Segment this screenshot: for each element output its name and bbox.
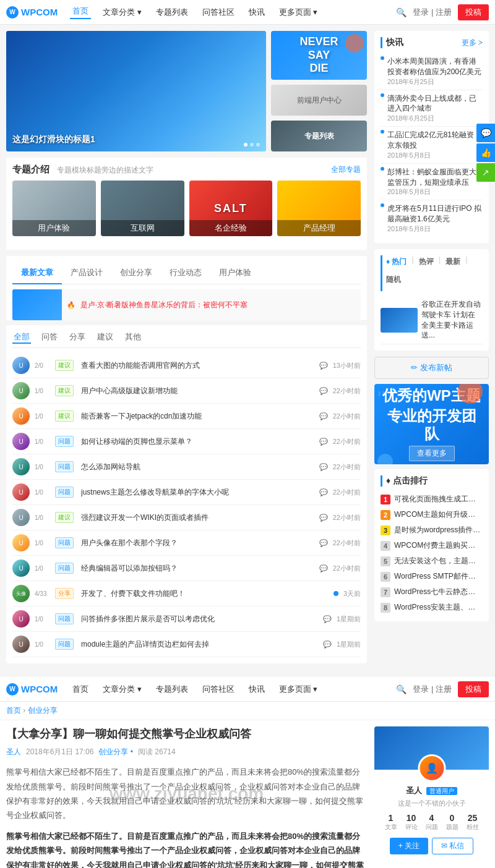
article-preview[interactable]: 🔥 是卢·京·断暑版神鱼兽星冰乐的背后：被密何不平塞 xyxy=(12,289,361,320)
tab-product[interactable]: 产品设计 xyxy=(62,262,111,284)
hero-never-say-die[interactable]: NEVER SAY DIE xyxy=(271,31,367,80)
news-title-text[interactable]: 工品汇完成2亿元81轮融资，京东领投 xyxy=(387,130,483,151)
hero-user-center[interactable]: 前端用户中心 xyxy=(271,85,367,116)
rank-item-title[interactable]: 无法安装这个包，主题缺少style.c... xyxy=(394,556,483,566)
article-tabs: 最新文章 产品设计 创业分享 行业动态 用户体验 xyxy=(12,262,361,284)
qa-title[interactable]: 经典编辑器可以添加按钮吗？ xyxy=(81,563,314,574)
qa-count: 1/0 xyxy=(35,413,50,420)
nav2-more[interactable]: 更多页面 ▾ xyxy=(277,684,321,695)
rank-number: 1 xyxy=(381,495,390,504)
qa-tab-share[interactable]: 分享 xyxy=(68,331,87,344)
rank-item-title[interactable]: WordPress安装主题、插件、更新... xyxy=(394,602,483,613)
qa-time: 22小时前 xyxy=(333,462,361,472)
qa-title[interactable]: 查看大图的功能能否调用官网的方式 xyxy=(81,360,314,371)
news-title-text[interactable]: 彭博社：蚂蚁金服面临更大监管压力，短期业绩承压 xyxy=(387,167,483,188)
hero-dot-2[interactable] xyxy=(250,143,254,147)
hero-dot-1[interactable] xyxy=(244,143,248,147)
nav-home[interactable]: 首页 xyxy=(70,6,91,19)
hot-tab-random[interactable]: 随机 xyxy=(386,273,401,286)
news-title-text[interactable]: 滴滴外卖今日上线成都，已进入四个城市 xyxy=(387,93,483,114)
rank-list: 1 可视化页面拖拽生成工具使用教程 2 WPCOM主题如何升级到最新版 主...… xyxy=(381,491,483,615)
qa-title[interactable]: 如何让移动端的页脚也显示菜单？ xyxy=(81,436,314,447)
news-more-link[interactable]: 更多 > xyxy=(462,38,483,48)
qa-count: 1/0 xyxy=(35,540,50,547)
qa-title[interactable]: 问答插件多张图片展示是否可以考虑优化 xyxy=(81,614,318,624)
qa-title[interactable]: justnews主题怎么修改导航菜单的字体大小呢 xyxy=(81,487,314,498)
hero-special-list[interactable]: 专题列表 xyxy=(271,121,367,151)
topic-card-3[interactable]: SALT 名企经验 xyxy=(189,181,273,236)
nav-more[interactable]: 更多页面 ▾ xyxy=(277,7,321,18)
post-button[interactable]: 投稿 xyxy=(458,4,489,20)
site-logo[interactable]: W WPCOM xyxy=(6,6,58,19)
news-dot xyxy=(381,93,384,97)
qa-title[interactable]: module主题的产品详情页边栏如何去掉 xyxy=(81,639,318,650)
qa-title[interactable]: 强烈建议开发一个WIKI的页面或者插件 xyxy=(81,513,314,523)
nav2-home[interactable]: 首页 xyxy=(70,684,91,695)
login-button[interactable]: 登录 | 注册 xyxy=(413,7,452,18)
nav-topics[interactable]: 专题列表 xyxy=(153,7,191,18)
ad-more-button[interactable]: 查看更多 xyxy=(409,446,455,461)
article-author-link[interactable]: 圣人 xyxy=(6,747,21,757)
topic-card-4[interactable]: 产品经理 xyxy=(277,181,361,236)
tab-ux[interactable]: 用户体验 xyxy=(210,262,260,284)
login-button-2[interactable]: 登录 | 注册 xyxy=(413,684,452,695)
qa-title[interactable]: 用户头像在那个表那个字段？ xyxy=(81,538,314,548)
stat-articles-num: 1 xyxy=(385,813,397,823)
topic-card-1[interactable]: 用户体验 xyxy=(12,181,96,236)
tab-industry[interactable]: 行业动态 xyxy=(161,262,210,284)
hero-main-slide[interactable]: 这是幻灯滑块的标题1 xyxy=(6,31,266,151)
news-title-text[interactable]: 小米本周美国路演，有香港投资者称估值应为200亿美元 xyxy=(387,56,483,77)
nav2-articles[interactable]: 文章分类 ▾ xyxy=(100,684,144,695)
rank-item-title[interactable]: 是时候为wordpress插件加载开排... xyxy=(394,525,483,535)
message-button[interactable]: ✉ 私信 xyxy=(432,838,473,854)
topic-more-link[interactable]: 全部专题 xyxy=(331,164,361,175)
hot-tab-hot[interactable]: ♦ 热门 xyxy=(386,255,407,268)
qa-title[interactable]: 能否兼客一下Jjetpack的cdn加速功能 xyxy=(81,411,314,422)
news-date: 2018年5月8日 xyxy=(381,187,483,197)
qa-tab-qa[interactable]: 问答 xyxy=(40,331,59,344)
nav-news[interactable]: 快讯 xyxy=(246,7,267,18)
news-date: 2018年6月25日 xyxy=(381,114,483,123)
hero-title: 这是幻灯滑块的标题1 xyxy=(12,134,95,145)
qa-title[interactable]: 开发了、付费下载文件功能吧！ xyxy=(81,589,329,599)
float-share-btn[interactable]: ↗ xyxy=(476,163,495,182)
qa-tab-suggest[interactable]: 建议 xyxy=(96,331,114,344)
qa-item: U 1/0 问题 如何让移动端的页脚也显示菜单？ 💬 22小时前 xyxy=(12,429,361,454)
follow-button[interactable]: + 关注 xyxy=(390,838,428,854)
qa-tab-other[interactable]: 其他 xyxy=(124,331,142,344)
search-button[interactable]: 🔍 xyxy=(396,7,407,17)
nav2-topics[interactable]: 专题列表 xyxy=(153,684,191,695)
float-comment-btn[interactable]: 💬 xyxy=(476,124,495,142)
news-title-text[interactable]: 虎牙将在5月11日进行IPO 拟最高融资1.6亿美元 xyxy=(387,203,483,224)
qa-title[interactable]: 怎么添加网站导航 xyxy=(81,462,314,472)
topic-card-2[interactable]: 互联网 xyxy=(101,181,184,236)
nav2-qa[interactable]: 问答社区 xyxy=(200,684,237,695)
hot-tab-comment[interactable]: 热评 xyxy=(419,255,434,268)
qa-tab-all[interactable]: 全部 xyxy=(12,331,31,344)
rank-number: 2 xyxy=(381,510,390,520)
hot-item-title[interactable]: 谷歌正在开发自动驾驶卡车 计划在全美主要卡路运送... xyxy=(421,299,483,341)
ad-banner[interactable]: " 优秀的WP主题 专业的开发团队 查看更多 xyxy=(374,384,489,464)
hero-dot-3[interactable] xyxy=(256,143,260,147)
rank-item-title[interactable]: WPCOM付费主题购买流程 xyxy=(394,540,483,551)
rank-item-title[interactable]: WPCOM主题如何升级到最新版 主... xyxy=(394,509,483,520)
nav-qa[interactable]: 问答社区 xyxy=(200,7,237,18)
article-category-link[interactable]: 创业分享 • xyxy=(98,747,133,757)
breadcrumb-category[interactable]: 创业分享 xyxy=(28,706,58,715)
search-button-2[interactable]: 🔍 xyxy=(396,684,407,694)
tab-startup[interactable]: 创业分享 xyxy=(111,262,161,284)
float-like-btn[interactable]: 👍 xyxy=(476,143,495,162)
post-button-2[interactable]: 投稿 xyxy=(458,681,489,697)
breadcrumb-home[interactable]: 首页 xyxy=(6,706,21,715)
site-logo-2[interactable]: W WPCOM xyxy=(6,683,58,696)
rank-item-title[interactable]: WordPress七牛云静态文件CDN加... xyxy=(394,587,483,597)
rank-item-title[interactable]: 可视化页面拖拽生成工具使用教程 xyxy=(394,494,483,504)
nav2-news[interactable]: 快讯 xyxy=(246,684,267,695)
qa-title[interactable]: 用户中心高级版建议新增功能 xyxy=(81,386,314,396)
hot-tab-latest[interactable]: 最新 xyxy=(446,255,460,268)
tab-latest[interactable]: 最新文章 xyxy=(12,262,62,284)
post-new-button[interactable]: ✏ 发布新帖 xyxy=(374,357,489,379)
nav-articles[interactable]: 文章分类 ▾ xyxy=(100,7,144,18)
hot-title: ♦ 热门 | 热评 | 最新 | 随机 xyxy=(381,255,483,291)
rank-item-title[interactable]: WordPress SMTP邮件发送插件：... xyxy=(394,571,483,582)
